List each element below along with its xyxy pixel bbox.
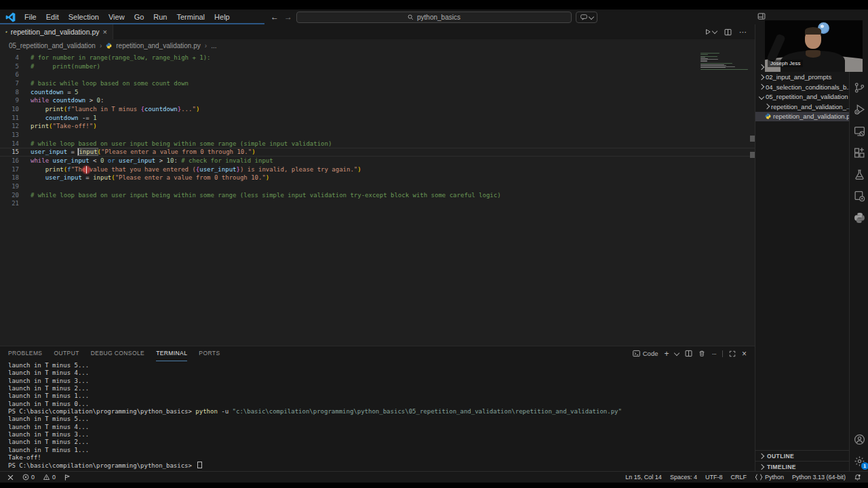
- menu-bar: FileEditSelectionViewGoRunTerminalHelp: [20, 12, 235, 22]
- status-notifications[interactable]: [854, 474, 861, 481]
- menu-go[interactable]: Go: [130, 12, 149, 22]
- terminal-text: "c:\basic\compilation\programming\python…: [233, 408, 622, 415]
- code-line[interactable]: 17 print(f"The value that you have enter…: [0, 165, 755, 174]
- explorer-sidebar: 01_variables_assignments_a...02_input_an…: [755, 24, 850, 471]
- menu-terminal[interactable]: Terminal: [172, 12, 210, 22]
- forward-arrow-icon[interactable]: →: [284, 12, 292, 22]
- panel-tab-ports[interactable]: PORTS: [199, 346, 220, 361]
- copilot-button[interactable]: [576, 12, 597, 23]
- code-line[interactable]: 10 print(f"launch in T minus {countdown}…: [0, 105, 755, 114]
- split-editor-icon[interactable]: [724, 28, 732, 36]
- tab-repetition-and-validation[interactable]: repetition_and_validation.py ×: [0, 24, 113, 39]
- mouse-cursor: [81, 165, 92, 175]
- line-number: 17: [0, 165, 31, 174]
- code-segment: ): [357, 166, 361, 173]
- command-center-search[interactable]: python_basics: [296, 12, 572, 23]
- maximize-panel-icon[interactable]: [729, 350, 736, 357]
- status-indentation[interactable]: Spaces: 4: [670, 474, 697, 481]
- menu-edit[interactable]: Edit: [41, 12, 64, 22]
- code-line[interactable]: 18 user_input = input("Please enter a va…: [0, 174, 755, 182]
- settings-gear-icon[interactable]: 1: [853, 455, 866, 468]
- minimap[interactable]: [699, 53, 749, 80]
- testing-icon[interactable]: [853, 168, 866, 181]
- code-segment: user_input: [119, 157, 155, 164]
- run-python-button[interactable]: [705, 28, 717, 35]
- tree-item-02-input-and-prompts[interactable]: 02_input_and_prompts: [755, 73, 850, 83]
- ellipsis-icon[interactable]: ⋯: [739, 28, 747, 37]
- split-terminal-icon[interactable]: [685, 350, 692, 357]
- presenter-hair: [805, 27, 821, 35]
- back-arrow-icon[interactable]: ←: [271, 12, 279, 22]
- notebook-icon[interactable]: [853, 190, 866, 203]
- status-eol[interactable]: CRLF: [730, 474, 747, 481]
- remote-explorer-icon[interactable]: [853, 125, 866, 138]
- code-line[interactable]: 7# basic while loop based on some count …: [0, 79, 755, 88]
- status-cursor-position[interactable]: Ln 15, Col 14: [625, 474, 662, 481]
- code-line[interactable]: 9while countdown > 0:: [0, 96, 755, 105]
- errors-icon[interactable]: 0: [22, 474, 35, 481]
- trash-icon[interactable]: [698, 350, 705, 357]
- code-line[interactable]: 11 countdown -= 1: [0, 114, 755, 123]
- close-tab-icon[interactable]: ×: [103, 28, 107, 36]
- status-python-interpreter[interactable]: Python 3.13 (64-bit): [792, 474, 846, 481]
- code-line[interactable]: 16while user_input < 0 or user_input > 1…: [0, 157, 755, 165]
- chevron-down-icon: [759, 94, 764, 100]
- timeline-section[interactable]: TIMELINE: [755, 461, 850, 472]
- terminal-output[interactable]: launch in T minus 5...launch in T minus …: [0, 362, 755, 472]
- chevron-down-icon[interactable]: [674, 350, 679, 355]
- extensions-icon[interactable]: [853, 146, 866, 159]
- code-line[interactable]: 6: [0, 70, 755, 79]
- menu-selection[interactable]: Selection: [64, 12, 104, 22]
- menu-view[interactable]: View: [104, 12, 130, 22]
- flag-icon[interactable]: [64, 474, 71, 481]
- panel-tab-terminal[interactable]: TERMINAL: [156, 346, 187, 361]
- panel-tab-problems[interactable]: PROBLEMS: [8, 346, 42, 361]
- code-line[interactable]: 4# for number in range(range_low, range_…: [0, 54, 755, 62]
- minimap-line: [701, 65, 726, 66]
- status-encoding[interactable]: UTF-8: [705, 474, 723, 481]
- code-line[interactable]: 21: [0, 199, 755, 208]
- close-panel-icon[interactable]: ×: [742, 349, 747, 359]
- code-line[interactable]: 20# while loop based on user input being…: [0, 191, 755, 200]
- account-icon[interactable]: [853, 433, 866, 446]
- outline-section[interactable]: OUTLINE: [755, 450, 850, 461]
- tree-item-04-selection-conditionals-b-[interactable]: 04_selection_conditionals_b...: [755, 82, 850, 92]
- layout-icon[interactable]: [757, 12, 766, 20]
- tree-item-repetition-and-validation-[interactable]: repetition_and_validation_...: [755, 102, 850, 112]
- code-segment: print: [45, 166, 64, 173]
- status-language-mode[interactable]: Python: [755, 474, 784, 481]
- code-segment: user_input: [53, 157, 90, 164]
- recording-highlight-line: [0, 23, 264, 24]
- breadcrumb-folder[interactable]: 05_repetition_and_validation: [9, 42, 96, 49]
- ellipsis-icon[interactable]: ···: [711, 350, 716, 357]
- run-debug-icon[interactable]: [853, 103, 866, 116]
- code-line[interactable]: 5# print(number): [0, 62, 755, 71]
- code-line[interactable]: 12print("Take-off!"): [0, 122, 755, 131]
- terminal-instance[interactable]: Code: [633, 350, 658, 357]
- menu-help[interactable]: Help: [210, 12, 235, 22]
- code-segment: print: [45, 106, 64, 113]
- menu-file[interactable]: File: [20, 12, 41, 22]
- new-terminal-icon[interactable]: +: [664, 349, 669, 359]
- code-editor[interactable]: 4# for number in range(range_low, range_…: [0, 52, 755, 348]
- code-line[interactable]: 15user_input = input("Please enter a val…: [0, 148, 755, 157]
- breadcrumb-symbol[interactable]: ...: [211, 42, 216, 49]
- line-number: 4: [0, 54, 31, 62]
- code-line[interactable]: 14# while loop based on user input being…: [0, 140, 755, 148]
- code-line[interactable]: 13: [0, 131, 755, 140]
- breadcrumb-file[interactable]: repetition_and_validation.py: [116, 42, 201, 49]
- terminal-text: launch in T minus 0...: [8, 401, 89, 407]
- code-segment: [31, 106, 45, 113]
- menu-run[interactable]: Run: [149, 12, 172, 22]
- code-line[interactable]: 8countdown = 5: [0, 88, 755, 97]
- panel-tab-output[interactable]: OUTPUT: [54, 346, 79, 361]
- terminal-text: launch in T minus 3...: [8, 431, 89, 438]
- panel-tab-debug-console[interactable]: DEBUG CONSOLE: [91, 346, 144, 361]
- remote-icon[interactable]: [7, 474, 14, 481]
- code-line[interactable]: 19: [0, 182, 755, 191]
- source-control-icon[interactable]: [853, 81, 866, 94]
- warnings-icon[interactable]: 0: [43, 474, 56, 481]
- python-icon[interactable]: [853, 211, 866, 224]
- tree-item-repetition-and-validation-py[interactable]: repetition_and_validation.py: [755, 112, 850, 122]
- tree-item-05-repetition-and-validation[interactable]: 05_repetition_and_validation: [755, 92, 850, 102]
